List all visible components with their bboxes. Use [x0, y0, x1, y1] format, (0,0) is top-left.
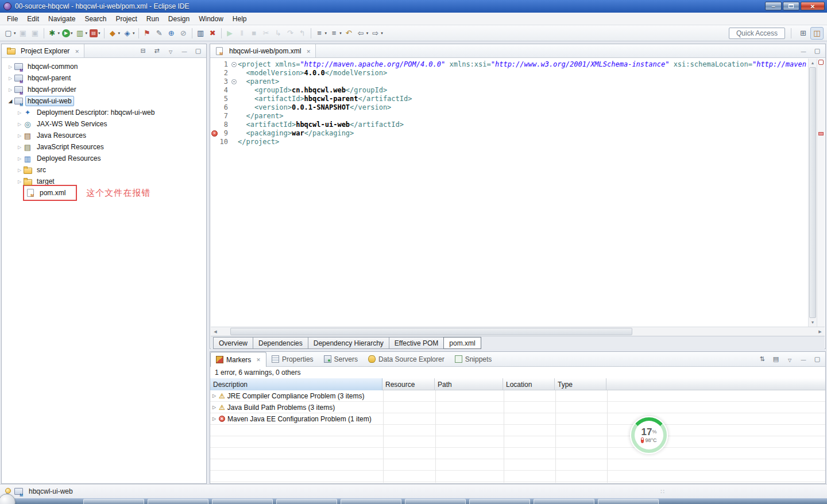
menu-item-search[interactable]: Search	[80, 13, 111, 25]
open-web-browser-icon[interactable]: ⊕	[165, 27, 177, 40]
link-with-editor-icon[interactable]	[153, 47, 161, 55]
maximize-button[interactable]	[783, 2, 799, 10]
close-view-icon[interactable]	[72, 47, 79, 55]
horizontal-scroll-thumb[interactable]	[230, 328, 632, 335]
code-line[interactable]: 5 <artifactId>hbqcwl-parent</artifactId>	[211, 95, 807, 103]
taskbar-item[interactable]	[405, 499, 466, 504]
menu-item-run[interactable]: Run	[142, 13, 164, 25]
run-icon[interactable]: ▶▾	[61, 27, 74, 40]
save-all-icon[interactable]: ▣	[29, 27, 41, 40]
tree-item-hbqcwl-ui-web[interactable]: ◢hbqcwl-ui-web	[2, 95, 206, 107]
expand-arrow-icon[interactable]: ▷	[16, 145, 23, 150]
view-tab-properties[interactable]: Properties	[266, 352, 319, 366]
forward-icon[interactable]: ⇨▾	[369, 27, 384, 40]
debug-icon[interactable]: ✱▾	[47, 27, 61, 40]
previous-annotation-icon[interactable]: ≡▾	[328, 27, 343, 40]
column-header-path[interactable]: Path	[435, 378, 503, 390]
windows-taskbar[interactable]	[0, 498, 827, 504]
page-tab-pom-xml[interactable]: pom.xml	[443, 337, 481, 349]
expand-arrow-icon[interactable]: ▷	[7, 76, 14, 81]
back-icon[interactable]: ⇦▾	[355, 27, 370, 40]
editor-tab-pom[interactable]: hbqcwl-ui-web/pom.xml	[210, 44, 316, 57]
view-menu-icon[interactable]	[167, 48, 175, 55]
open-console-icon[interactable]: ▥	[195, 27, 207, 40]
minimize-editor-icon[interactable]	[799, 48, 807, 55]
quick-access-box[interactable]: Quick Access	[729, 28, 785, 39]
java-ee-perspective-button[interactable]: ◫	[810, 27, 824, 40]
last-edit-location-icon[interactable]: ↶	[343, 27, 355, 40]
taskbar-item[interactable]	[469, 499, 530, 504]
menu-item-edit[interactable]: Edit	[22, 13, 44, 25]
vertical-scrollbar[interactable]	[808, 59, 817, 327]
scroll-up-arrow-icon[interactable]	[809, 59, 817, 67]
expand-arrow-icon[interactable]: ▷	[212, 405, 219, 410]
save-icon[interactable]: ▣	[17, 27, 29, 40]
run-external-tools-icon[interactable]: ▤▾	[88, 27, 102, 40]
view-menu-icon[interactable]	[786, 356, 794, 363]
scroll-right-arrow-icon[interactable]	[816, 327, 825, 336]
expand-arrow-icon[interactable]: ▷	[16, 156, 23, 161]
skip-all-breakpoints-icon[interactable]: ⊘	[177, 27, 190, 40]
menu-item-design[interactable]: Design	[164, 13, 194, 25]
marker-row[interactable]: ▷✕Maven Java EE Configuration Problem (1…	[210, 413, 825, 425]
tree-item-javascript-resources[interactable]: ▷JavaScript Resources	[2, 141, 206, 153]
coverage-icon[interactable]: ▥▾	[74, 27, 89, 40]
expand-arrow-icon[interactable]: ▷	[16, 168, 23, 173]
taskbar-item[interactable]	[83, 499, 144, 504]
taskbar-item[interactable]	[341, 499, 401, 504]
view-tab-markers[interactable]: Markers✕	[210, 352, 266, 367]
suspend-icon[interactable]: ‖	[236, 27, 248, 40]
tree-item-hbqcwl-parent[interactable]: ▷hbqcwl-parent	[2, 72, 206, 84]
remove-terminated-icon[interactable]: ✖	[207, 27, 219, 40]
menu-item-help[interactable]: Help	[228, 13, 252, 25]
taskbar-item[interactable]	[212, 499, 273, 504]
fold-collapse-icon[interactable]	[230, 77, 238, 86]
tree-item-java-resources[interactable]: ▷Java Resources	[2, 130, 206, 141]
taskbar-item[interactable]	[148, 499, 208, 504]
overview-ruler[interactable]	[817, 59, 825, 327]
tree-item-pom-xml[interactable]: pom.xml这个文件在报错	[2, 187, 206, 199]
resume-icon[interactable]: ▶	[224, 27, 236, 40]
code-line[interactable]: 3 <parent>	[211, 77, 807, 86]
expand-arrow-icon[interactable]: ▷	[16, 122, 23, 127]
open-perspective-button[interactable]: ⊞	[797, 27, 809, 40]
minimize-button[interactable]	[765, 2, 782, 10]
tree-item-jax-ws-web-services[interactable]: ▷JAX-WS Web Services	[2, 118, 206, 130]
maximize-view-icon[interactable]	[194, 47, 202, 55]
view-tab-snippets[interactable]: Snippets	[450, 352, 497, 366]
column-header-location[interactable]: Location	[503, 378, 555, 390]
expand-arrow-icon[interactable]: ▷	[16, 133, 23, 138]
expand-arrow-icon[interactable]: ▷	[7, 87, 14, 92]
code-editor[interactable]: 1<project xmlns="http://maven.apache.org…	[211, 59, 825, 327]
expand-arrow-icon[interactable]: ▷	[16, 179, 23, 184]
view-tab-data-source-explorer[interactable]: Data Source Explorer	[363, 352, 450, 366]
scroll-down-arrow-icon[interactable]	[809, 318, 817, 327]
maximize-view-icon[interactable]	[813, 355, 821, 363]
step-return-icon[interactable]: ↰	[296, 27, 308, 40]
close-button[interactable]	[801, 2, 825, 10]
column-header-resource[interactable]: Resource	[382, 378, 435, 390]
minimize-view-icon[interactable]	[799, 356, 807, 363]
expand-arrow-icon[interactable]: ▷	[212, 416, 219, 421]
code-line[interactable]: 6 <version>0.0.1-SNAPSHOT</version>	[211, 103, 807, 112]
page-tab-effective-pom[interactable]: Effective POM	[389, 337, 444, 349]
tree-item-hbqcwl-provider[interactable]: ▷hbqcwl-provider	[2, 84, 206, 95]
scroll-left-arrow-icon[interactable]	[211, 327, 220, 336]
close-view-icon[interactable]: ✕	[256, 357, 261, 363]
mark-occurrences-icon[interactable]: ✎	[153, 27, 165, 40]
code-line[interactable]: 7 </parent>	[211, 112, 807, 121]
temperature-gauge-widget[interactable]: 17% 98°C	[630, 416, 668, 454]
step-over-icon[interactable]: ↷	[284, 27, 296, 40]
taskbar-item[interactable]	[598, 499, 659, 504]
code-line[interactable]: 4 <groupId>cn.hbqcwl.web</groupId>	[211, 86, 807, 95]
taskbar-item[interactable]	[276, 499, 337, 504]
flag-icon[interactable]: ⚑	[141, 27, 153, 40]
view-tab-servers[interactable]: Servers	[319, 352, 363, 366]
code-line[interactable]: ✕9 <packaging>war</packaging>	[211, 129, 807, 138]
sort-markers-icon[interactable]	[758, 355, 766, 363]
tree-item-src[interactable]: ▷src	[2, 164, 206, 176]
next-annotation-icon[interactable]: ≡▾	[314, 27, 329, 40]
column-header-description[interactable]: Description	[210, 378, 382, 390]
step-into-icon[interactable]: ↳	[272, 27, 284, 40]
collapse-all-icon[interactable]	[139, 47, 147, 55]
